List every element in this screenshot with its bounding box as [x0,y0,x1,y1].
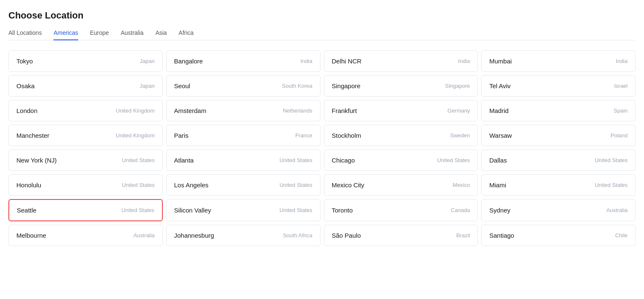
city-name: Amsterdam [174,107,207,114]
tab-bar: All LocationsAmericasEuropeAustraliaAsia… [8,29,636,40]
city-name: Mumbai [489,58,511,65]
location-card[interactable]: AtlantaUnited States [166,150,321,171]
city-name: Mexico City [332,181,365,189]
country-name: United States [122,157,155,163]
city-name: Dallas [489,157,507,164]
country-name: Germany [448,108,470,114]
city-name: London [16,107,37,114]
location-card[interactable]: BangaloreIndia [166,50,321,72]
location-card[interactable]: ManchesterUnited Kingdom [8,125,163,146]
city-name: Stockholm [332,132,361,139]
tab-asia[interactable]: Asia [155,29,167,40]
country-name: United Kingdom [116,132,155,139]
country-name: Australia [606,207,628,213]
location-card[interactable]: MelbourneAustralia [8,225,163,246]
country-name: Canada [451,207,470,213]
city-name: Madrid [489,107,509,114]
location-card[interactable]: MumbaiIndia [481,50,636,72]
location-card[interactable]: HonoluluUnited States [8,174,163,196]
city-name: Tokyo [16,58,33,65]
location-card[interactable]: ChicagoUnited States [324,150,478,171]
location-card[interactable]: TorontoCanada [324,199,478,221]
location-card[interactable]: DallasUnited States [481,150,636,171]
country-name: Chile [615,232,628,239]
location-card[interactable]: Mexico CityMexico [324,174,478,196]
city-name: Chicago [332,157,355,164]
location-card[interactable]: SantiagoChile [481,225,636,246]
location-card[interactable]: SeoulSouth Korea [166,75,321,97]
location-card[interactable]: SeattleUnited States [8,199,163,221]
location-card[interactable]: AmsterdamNetherlands [166,100,321,121]
tab-europe[interactable]: Europe [90,29,109,40]
location-card[interactable]: OsakaJapan [8,75,163,97]
location-card[interactable]: SydneyAustralia [481,199,636,221]
location-card[interactable]: StockholmSweden [324,125,478,146]
country-name: France [295,132,312,139]
city-name: Honolulu [16,181,41,189]
tab-africa[interactable]: Africa [179,29,194,40]
country-name: India [458,58,470,64]
country-name: Japan [140,58,154,64]
country-name: South Korea [282,83,312,89]
location-card[interactable]: Delhi NCRIndia [324,50,478,72]
city-name: Miami [489,181,506,189]
country-name: South Africa [283,232,312,239]
country-name: United States [279,157,312,163]
location-card[interactable]: MadridSpain [481,100,636,121]
location-card[interactable]: WarsawPoland [481,125,636,146]
country-name: Japan [140,83,154,89]
country-name: United Kingdom [116,108,155,114]
location-card[interactable]: Los AngelesUnited States [166,174,321,196]
city-name: Silicon Valley [174,207,211,214]
page-title: Choose Location [8,10,636,21]
location-card[interactable]: São PauloBrazil [324,225,478,246]
city-name: Delhi NCR [332,58,362,65]
city-name: Osaka [16,82,34,89]
city-name: Warsaw [489,132,512,139]
tab-americas[interactable]: Americas [53,29,78,40]
location-card[interactable]: MiamiUnited States [481,174,636,196]
tab-all-locations[interactable]: All Locations [8,29,42,40]
city-name: Johannesburg [174,232,214,239]
country-name: India [616,58,628,64]
city-name: Melbourne [16,232,46,239]
country-name: United States [279,182,312,188]
country-name: Poland [611,132,628,139]
country-name: Australia [133,232,155,239]
country-name: United States [595,157,628,163]
country-name: United States [437,157,470,163]
city-name: Manchester [16,132,49,139]
city-name: Los Angeles [174,181,209,189]
city-name: Santiago [489,232,514,239]
country-name: Mexico [453,182,470,188]
location-card[interactable]: Tel AvivIsrael [481,75,636,97]
city-name: Singapore [332,82,360,89]
country-name: United States [279,207,312,213]
country-name: United States [122,207,154,213]
locations-grid: TokyoJapanBangaloreIndiaDelhi NCRIndiaMu… [8,50,636,246]
country-name: Brazil [456,232,470,239]
city-name: Frankfurt [332,107,357,114]
country-name: Sweden [450,132,470,139]
city-name: Seattle [17,207,37,214]
country-name: Singapore [445,83,470,89]
location-card[interactable]: SingaporeSingapore [324,75,478,97]
location-card[interactable]: New York (NJ)United States [8,150,163,171]
location-card[interactable]: LondonUnited Kingdom [8,100,163,121]
city-name: Seoul [174,82,190,89]
country-name: United States [122,182,155,188]
country-name: Spain [614,108,628,114]
city-name: Paris [174,132,188,139]
location-card[interactable]: TokyoJapan [8,50,163,72]
city-name: Toronto [332,207,353,214]
city-name: Tel Aviv [489,82,511,89]
city-name: Bangalore [174,58,203,65]
city-name: Atlanta [174,157,194,164]
location-card[interactable]: ParisFrance [166,125,321,146]
tab-australia[interactable]: Australia [121,29,143,40]
location-card[interactable]: JohannesburgSouth Africa [166,225,321,246]
country-name: India [300,58,312,64]
location-card[interactable]: FrankfurtGermany [324,100,478,121]
location-card[interactable]: Silicon ValleyUnited States [166,199,321,221]
city-name: Sydney [489,207,510,214]
